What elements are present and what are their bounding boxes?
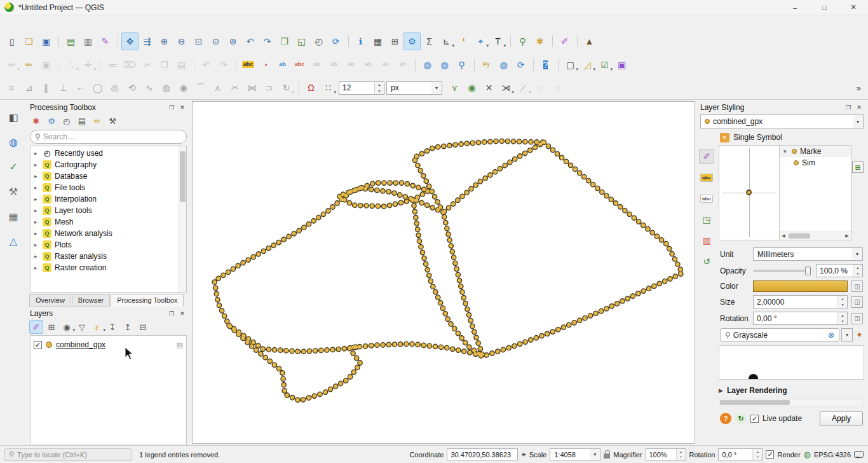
- save-project[interactable]: ▣: [37, 32, 55, 50]
- current-edits[interactable]: ✏: [3, 56, 20, 74]
- processing-favorites[interactable]: ✱: [29, 114, 43, 128]
- menu-vector[interactable]: [65, 20, 75, 24]
- delete-selected[interactable]: ⌦: [121, 56, 139, 74]
- wms-browser[interactable]: ◍: [436, 56, 453, 74]
- open-layer-styling-panel[interactable]: ✐: [29, 320, 43, 334]
- redo[interactable]: ↷: [215, 56, 232, 74]
- scrollbar-thumb[interactable]: [180, 151, 186, 202]
- expand-arrow-icon[interactable]: ▸: [34, 230, 39, 237]
- map-tips[interactable]: ❛: [455, 32, 472, 50]
- toggle-editing[interactable]: ✏: [20, 56, 37, 74]
- paste-features[interactable]: ▤: [173, 56, 190, 74]
- processing-options[interactable]: ⚒: [105, 114, 119, 128]
- alg-group-recently-used[interactable]: ▸ Recently used: [31, 148, 179, 159]
- filter-by-expression[interactable]: ε: [90, 320, 104, 334]
- symbol-list[interactable]: [719, 345, 864, 380]
- identify-features[interactable]: ℹ: [352, 32, 369, 50]
- expand-arrow-icon[interactable]: ▸: [34, 184, 39, 191]
- alg-group-interpolation[interactable]: ▸ Interpolation: [31, 193, 179, 205]
- map-canvas[interactable]: [192, 101, 695, 444]
- rotation-spinbox[interactable]: 0,00 ° ▲▼: [753, 312, 848, 325]
- expand-arrow-icon[interactable]: ▸: [34, 219, 39, 225]
- reload-style-button[interactable]: ↻: [735, 413, 747, 424]
- expand-arrow-icon[interactable]: ▸: [34, 265, 39, 271]
- quickmapservices-plugin[interactable]: ✱: [531, 32, 548, 50]
- form-annotation[interactable]: ☑: [596, 56, 613, 74]
- masks-tab[interactable]: abc: [699, 191, 714, 206]
- alg-group-raster-creation[interactable]: ▸ Raster creation: [31, 262, 179, 273]
- symbol-swatch-dot[interactable]: [749, 374, 758, 380]
- processing-tree-scrollbar[interactable]: [179, 146, 186, 292]
- minimize-button[interactable]: –: [780, 0, 810, 15]
- snapping-on-intersection[interactable]: ⋎: [446, 79, 463, 97]
- rotate-point-symbols[interactable]: ↻: [278, 79, 295, 97]
- tab-processing-toolbox[interactable]: Processing Toolbox: [111, 294, 184, 307]
- alg-group-network-analysis[interactable]: ▸ Network analysis: [31, 228, 179, 239]
- menu-database[interactable]: [85, 20, 95, 24]
- open-project[interactable]: ❏: [20, 32, 37, 50]
- render-checkbox[interactable]: [766, 450, 774, 459]
- processing-results-viewer[interactable]: ▤: [75, 114, 89, 128]
- expand-arrow-icon[interactable]: ▸: [34, 162, 39, 168]
- scrollbar-thumb[interactable]: [720, 400, 790, 405]
- size-data-defined-button[interactable]: ◫: [851, 296, 863, 308]
- perpendicular-constraint[interactable]: ⊥: [55, 79, 72, 97]
- osm-place-search-plugin[interactable]: ⚲: [514, 32, 531, 50]
- add-wms-layer[interactable]: ◍: [5, 134, 22, 150]
- zoom-last[interactable]: ↶: [241, 32, 259, 50]
- alg-group-cartography[interactable]: ▸ Cartography: [31, 159, 179, 170]
- snapping-unit-combo[interactable]: px ▾: [386, 81, 442, 95]
- filter-legend[interactable]: ▽: [75, 320, 89, 334]
- clear-search-icon[interactable]: ⊗: [828, 331, 834, 340]
- spin-arrows[interactable]: ▲▼: [837, 296, 847, 308]
- new-print-layout[interactable]: ▤: [62, 32, 79, 50]
- styling-close-button[interactable]: ✕: [855, 103, 864, 112]
- raster-calculator[interactable]: ⊞: [386, 32, 403, 50]
- merge-features[interactable]: ⊃: [261, 79, 278, 97]
- menu-view[interactable]: [24, 20, 34, 24]
- history-tab[interactable]: ↺: [699, 254, 714, 269]
- symbol-tree-hscrollbar[interactable]: ◀ ▶: [780, 232, 851, 240]
- construction-mode[interactable]: ⊿: [20, 79, 37, 97]
- highlight-pinned-labels[interactable]: abc: [291, 56, 308, 74]
- styling-layer-selector[interactable]: combined_gpx ▾: [700, 114, 864, 128]
- cad-input-3[interactable]: ◌: [549, 79, 566, 97]
- style-manager-icon[interactable]: ✦: [855, 330, 863, 340]
- snapping-toggle[interactable]: Ω: [302, 79, 320, 97]
- opacity-slider[interactable]: [753, 270, 811, 272]
- rotate-label[interactable]: ab: [325, 56, 342, 74]
- snapping-tolerance-spinbox[interactable]: 12 ▲▼: [339, 81, 384, 95]
- help-button[interactable]: ?: [720, 413, 731, 424]
- undo[interactable]: ↶: [198, 56, 215, 74]
- zoom-next[interactable]: ↷: [259, 32, 276, 50]
- add-vector-layer[interactable]: ✓: [5, 158, 22, 175]
- zoom-full[interactable]: ⊡: [190, 32, 207, 50]
- geometry-checker[interactable]: ⋊: [498, 79, 515, 97]
- layer-indicator-icon[interactable]: ▤: [177, 341, 183, 349]
- new-project[interactable]: ▯: [3, 32, 20, 50]
- extents-toggle-icon[interactable]: ⌖: [521, 450, 526, 460]
- expand-arrow-icon[interactable]: ▸: [34, 173, 39, 179]
- split-parts[interactable]: ⋈: [243, 79, 261, 97]
- edit-features-in-place[interactable]: ✏: [90, 114, 104, 128]
- tab-overview[interactable]: Overview: [29, 294, 71, 307]
- expand-arrow-icon[interactable]: ▸: [34, 196, 39, 202]
- color-button[interactable]: [753, 280, 848, 292]
- remove-layer[interactable]: ⊟: [136, 320, 150, 334]
- alg-group-raster-analysis[interactable]: ▸ Raster analysis: [31, 251, 179, 262]
- processing-float-button[interactable]: ❐: [167, 103, 176, 112]
- close-button[interactable]: ✕: [839, 0, 868, 15]
- processing-toolbox-toggle[interactable]: ⚙: [403, 32, 421, 50]
- cad-input-2[interactable]: ◌: [532, 79, 549, 97]
- opacity-spinbox[interactable]: 100,0 % ▲▼: [816, 264, 863, 277]
- layer-row[interactable]: combined_gpx ▤: [32, 338, 184, 351]
- menu-settings[interactable]: [44, 20, 55, 24]
- locate-input[interactable]: ⚲ Type to locate (Ctrl+K): [4, 448, 132, 461]
- add-group[interactable]: ⊞: [44, 320, 58, 334]
- copy-features[interactable]: ❐: [156, 56, 173, 74]
- alg-group-file-tools[interactable]: ▸ File tools: [31, 182, 179, 193]
- menu-processing[interactable]: [116, 20, 126, 24]
- offset-curve[interactable]: ⌒: [192, 79, 209, 97]
- python-plugin[interactable]: Py: [478, 56, 495, 74]
- parallel-constraint[interactable]: ∥: [37, 79, 55, 97]
